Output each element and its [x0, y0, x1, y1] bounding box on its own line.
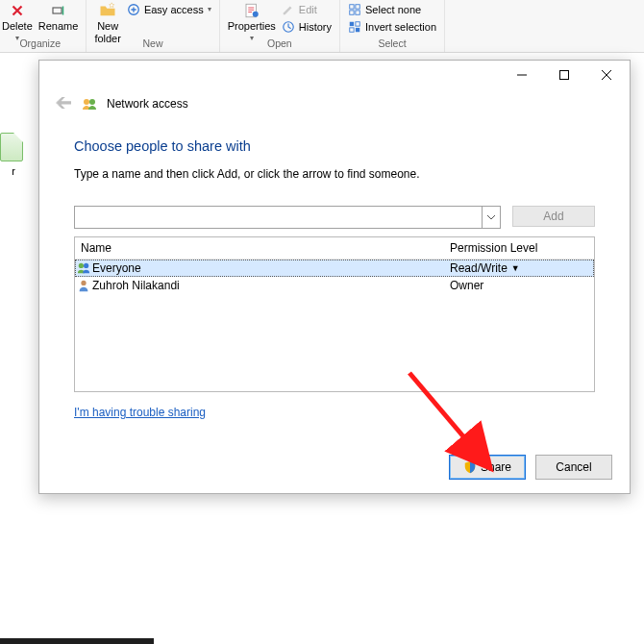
trouble-sharing-link[interactable]: I'm having trouble sharing — [74, 406, 595, 419]
user-icon — [75, 261, 92, 275]
people-list: Name Permission Level EveryoneRead/Write… — [74, 236, 595, 392]
minimize-button[interactable] — [501, 62, 543, 88]
edit-label: Edit — [299, 2, 317, 17]
svg-rect-8 — [356, 11, 359, 14]
easy-access-button[interactable]: Easy access ▾ — [127, 2, 211, 17]
cancel-button[interactable]: Cancel — [535, 455, 612, 480]
maximize-button[interactable] — [543, 62, 585, 88]
ribbon: Delete ▾ Rename Organize New folder Easy… — [0, 0, 644, 53]
properties-label: Properties — [228, 20, 276, 32]
new-folder-button[interactable]: New folder — [94, 2, 121, 44]
svg-rect-12 — [356, 28, 359, 32]
svg-rect-10 — [356, 22, 359, 26]
svg-point-15 — [89, 99, 95, 105]
combobox-dropdown-button[interactable] — [482, 207, 500, 228]
row-permission: Owner — [450, 279, 594, 292]
svg-point-16 — [79, 263, 84, 268]
close-button[interactable] — [585, 62, 628, 88]
network-access-dialog: 🡨 Network access Choose people to share … — [38, 60, 631, 494]
svg-rect-11 — [350, 28, 354, 32]
organize-group-label: Organize — [19, 37, 61, 50]
svg-point-14 — [84, 99, 89, 105]
column-permission[interactable]: Permission Level — [450, 241, 594, 255]
folder-icon[interactable] — [0, 133, 23, 161]
list-row[interactable]: EveryoneRead/Write ▼ — [75, 260, 594, 277]
list-row[interactable]: Zuhroh NilakandiOwner — [75, 277, 594, 294]
cancel-button-label: Cancel — [556, 460, 591, 474]
history-button[interactable]: History — [282, 19, 332, 35]
history-label: History — [299, 19, 332, 35]
row-permission[interactable]: Read/Write ▼ — [450, 261, 594, 275]
chevron-down-icon: ▼ — [511, 263, 520, 273]
share-button-label: Share — [481, 460, 511, 474]
new-folder-label-2: folder — [94, 33, 121, 44]
edit-button[interactable]: Edit — [282, 2, 332, 17]
select-group-label: Select — [378, 37, 406, 50]
user-icon — [75, 279, 92, 292]
svg-rect-13 — [560, 71, 569, 80]
delete-label: Delete — [2, 20, 33, 32]
svg-rect-5 — [350, 5, 354, 9]
network-access-icon — [82, 96, 97, 111]
name-input[interactable] — [75, 207, 482, 228]
svg-point-18 — [81, 281, 86, 285]
svg-rect-9 — [350, 22, 354, 26]
invert-selection-button[interactable]: Invert selection — [348, 19, 436, 35]
tree-item-label: r — [0, 165, 27, 177]
svg-point-17 — [84, 263, 88, 268]
svg-rect-7 — [350, 11, 354, 14]
rename-label: Rename — [38, 20, 79, 32]
taskbar[interactable] — [0, 638, 154, 644]
name-combobox[interactable] — [74, 206, 501, 229]
dialog-titlebar — [39, 61, 630, 89]
easy-access-label: Easy access — [144, 2, 204, 17]
row-name: Zuhroh Nilakandi — [92, 279, 450, 292]
new-group-label: New — [143, 37, 163, 50]
share-button[interactable]: Share — [449, 455, 526, 480]
select-none-label: Select none — [365, 2, 421, 17]
row-name: Everyone — [92, 261, 450, 275]
new-folder-label-1: New — [97, 20, 118, 32]
dialog-title: Network access — [107, 97, 188, 111]
invert-selection-label: Invert selection — [365, 19, 436, 35]
rename-button[interactable]: Rename — [38, 2, 79, 32]
dialog-instruction: Type a name and then click Add, or click… — [74, 167, 595, 181]
svg-point-3 — [252, 12, 258, 17]
svg-rect-6 — [356, 5, 359, 9]
tree-pane: r — [0, 125, 27, 177]
dialog-heading: Choose people to share with — [74, 138, 595, 154]
uac-shield-icon — [463, 460, 477, 474]
list-header: Name Permission Level — [75, 237, 594, 260]
add-button[interactable]: Add — [512, 206, 595, 227]
open-group-label: Open — [267, 37, 292, 50]
back-icon[interactable]: 🡨 — [55, 93, 72, 113]
column-name[interactable]: Name — [75, 241, 450, 255]
svg-rect-0 — [53, 8, 62, 13]
select-none-button[interactable]: Select none — [348, 2, 436, 17]
